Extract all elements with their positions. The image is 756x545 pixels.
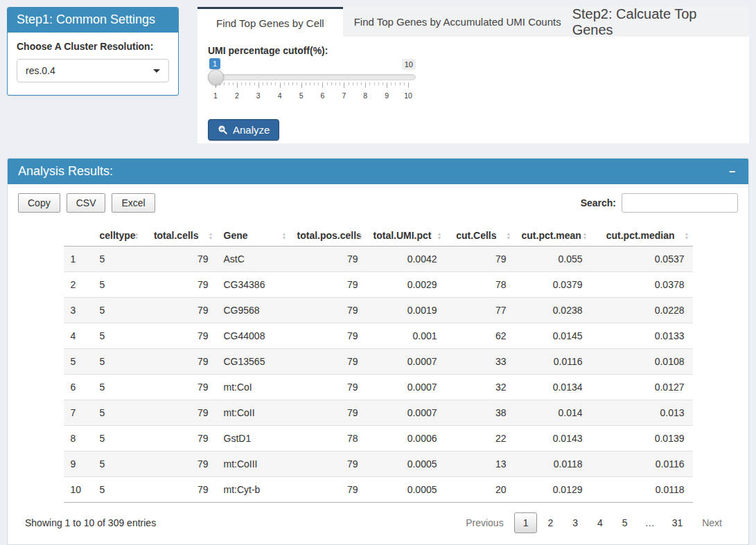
sort-icon: ▲▼	[583, 232, 588, 240]
cell: 0.0145	[515, 323, 591, 349]
table-search: Search:	[581, 193, 738, 213]
cell: 0.0006	[367, 426, 446, 452]
pagination-ellipsis: …	[638, 512, 662, 533]
search-label: Search:	[581, 197, 616, 208]
slider-tick	[229, 82, 229, 85]
column-header-label: cut.pct.mean	[522, 230, 581, 241]
table-row: 10579mt:Cyt-b790.0005200.01290.0118	[64, 477, 693, 503]
column-header-total.UMI.pct[interactable]: total.UMI.pct▲▼	[367, 227, 446, 247]
analyze-button[interactable]: Analyze	[208, 119, 279, 141]
search-input[interactable]	[622, 193, 738, 213]
cell: 0.055	[515, 247, 591, 272]
page-button-4[interactable]: 4	[588, 512, 612, 533]
row-index: 3	[64, 298, 93, 323]
cell: 0.0007	[367, 349, 446, 375]
page-button-3[interactable]: 3	[563, 512, 587, 533]
cell: 0.0537	[591, 247, 693, 272]
slider-tick	[357, 82, 358, 85]
row-index: 5	[64, 349, 93, 375]
slider-tick	[263, 82, 263, 85]
cell: 0.0228	[591, 298, 693, 323]
cell: 79	[143, 323, 217, 349]
minus-icon[interactable]: −	[726, 166, 738, 177]
cell: 79	[446, 247, 515, 272]
cell: 5	[93, 272, 143, 298]
cell: 0.0143	[515, 426, 591, 452]
column-header-label: cut.Cells	[456, 230, 496, 241]
cell: 79	[143, 452, 217, 477]
tab-find-top-genes-by-accumulated-umi-counts[interactable]: Find Top Genes by Accumulated UMI Counts	[343, 7, 572, 37]
column-header-cut.pct.mean[interactable]: cut.pct.mean▲▼	[515, 227, 591, 247]
tab-strip: Find Top Genes by Cell Find Top Genes by…	[197, 7, 749, 37]
column-header-total.cells[interactable]: total.cells▲▼	[143, 227, 217, 247]
slider-tick	[288, 82, 289, 85]
table-toolbar: CopyCSVExcel Search:	[18, 193, 738, 213]
sort-icon: ▲▼	[685, 232, 689, 240]
next-button[interactable]: Next	[693, 512, 731, 533]
slider-max-badge: 10	[402, 59, 416, 70]
csv-button[interactable]: CSV	[67, 193, 106, 213]
table-footer: Showing 1 to 10 of 309 entries Previous …	[18, 511, 738, 539]
slider-track[interactable]	[208, 74, 416, 80]
excel-button[interactable]: Excel	[112, 193, 155, 213]
slider-tick	[301, 82, 302, 88]
page-button-31[interactable]: 31	[663, 512, 692, 533]
cell: 20	[446, 477, 515, 503]
cell: 0.0139	[591, 426, 693, 452]
cell: 13	[446, 452, 515, 477]
cell: 78	[446, 272, 515, 298]
step2-panel-title: Step2: Calcuate Top Genes	[572, 7, 749, 37]
cell: 0.0029	[367, 272, 446, 298]
table-row: 1579AstC790.0042790.0550.0537	[64, 247, 693, 272]
page-button-1[interactable]: 1	[514, 512, 538, 533]
row-index: 4	[64, 323, 93, 349]
slider-tick-label: 2	[235, 91, 239, 100]
step1-panel: Step1: Common Settings Choose A Cluster …	[7, 7, 179, 96]
column-header-cut.Cells[interactable]: cut.Cells▲▼	[446, 227, 515, 247]
column-header-label: total.UMI.pct	[373, 230, 432, 241]
page-button-2[interactable]: 2	[538, 512, 562, 533]
row-index: 2	[64, 272, 93, 298]
magnifier-chart-icon	[218, 125, 228, 135]
cell: 79	[290, 247, 367, 272]
copy-button[interactable]: Copy	[18, 193, 60, 213]
cell: 32	[446, 375, 515, 400]
slider-tick	[400, 82, 401, 85]
sort-icon: ▲▼	[209, 232, 213, 240]
row-index-header[interactable]	[64, 227, 93, 247]
cell: 0.0118	[515, 452, 591, 477]
cell: 0.0134	[515, 375, 591, 400]
cell: mt:CoI	[217, 375, 290, 400]
slider-tick	[383, 82, 383, 85]
cell: 0.0108	[591, 349, 693, 375]
table-row: 4579CG44008790.001620.01450.0133	[64, 323, 693, 349]
column-header-total.pos.cells[interactable]: total.pos.cells▲▼	[290, 227, 367, 247]
cell: 0.0007	[367, 400, 446, 426]
slider-value-badge: 1	[209, 58, 220, 69]
slider-handle[interactable]	[208, 69, 224, 85]
cell: 0.0378	[591, 272, 693, 298]
table-row: 3579CG9568790.0019770.02380.0228	[64, 298, 693, 323]
column-header-celltype[interactable]: celltype▲▼	[93, 227, 143, 247]
previous-button[interactable]: Previous	[457, 512, 512, 533]
cell: CG44008	[217, 323, 290, 349]
cell: 38	[446, 400, 515, 426]
slider-tick	[404, 82, 405, 85]
cell: 33	[446, 349, 515, 375]
results-table-header-row: celltype▲▼total.cells▲▼Gene▲▼total.pos.c…	[64, 227, 693, 247]
column-header-cut.pct.median[interactable]: cut.pct.median▲▼	[591, 227, 693, 247]
cell: 0.0116	[591, 452, 693, 477]
tab-find-top-genes-by-cell[interactable]: Find Top Genes by Cell	[197, 7, 343, 37]
column-header-Gene[interactable]: Gene▲▼	[217, 227, 290, 247]
cell: 0.013	[591, 400, 693, 426]
column-header-label: Gene	[224, 230, 248, 241]
slider-tick	[245, 82, 246, 85]
cell: 79	[290, 452, 367, 477]
cluster-resolution-select[interactable]: res.0.4	[17, 59, 169, 82]
slider-tick	[310, 82, 310, 85]
slider-tick-label: 8	[363, 91, 367, 100]
page-button-5[interactable]: 5	[613, 512, 637, 533]
slider-tick	[340, 82, 340, 85]
cell: 0.0133	[591, 323, 693, 349]
cell: 79	[290, 323, 367, 349]
